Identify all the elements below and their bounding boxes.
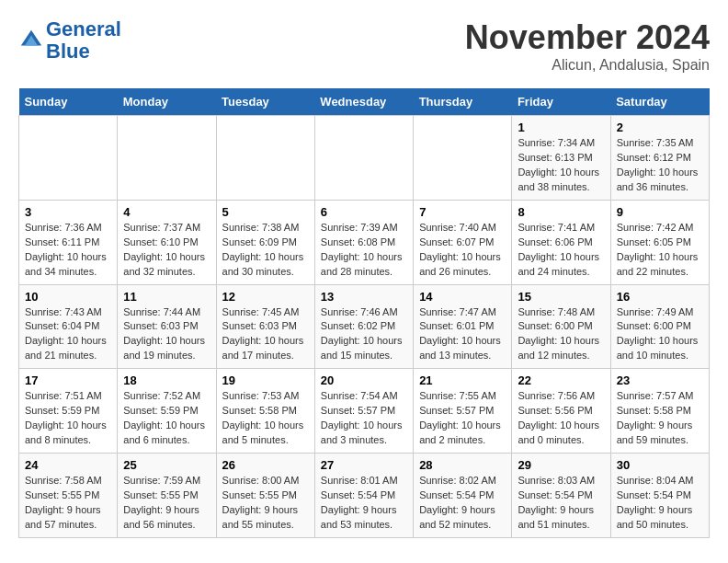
- calendar-cell: 22Sunrise: 7:56 AM Sunset: 5:56 PM Dayli…: [512, 369, 610, 454]
- day-info: Sunrise: 7:58 AM Sunset: 5:55 PM Dayligh…: [25, 474, 111, 533]
- calendar-cell: 28Sunrise: 8:02 AM Sunset: 5:54 PM Dayli…: [414, 454, 512, 538]
- location: Alicun, Andalusia, Spain: [465, 57, 710, 74]
- day-info: Sunrise: 8:01 AM Sunset: 5:54 PM Dayligh…: [321, 474, 407, 533]
- weekday-header: Saturday: [610, 88, 709, 116]
- day-number: 6: [321, 205, 407, 219]
- calendar-cell: [414, 116, 512, 201]
- logo: General Blue: [18, 18, 121, 63]
- calendar-cell: 27Sunrise: 8:01 AM Sunset: 5:54 PM Dayli…: [314, 454, 413, 538]
- calendar-cell: 24Sunrise: 7:58 AM Sunset: 5:55 PM Dayli…: [19, 454, 118, 538]
- calendar-cell: 10Sunrise: 7:43 AM Sunset: 6:04 PM Dayli…: [19, 284, 118, 369]
- calendar-cell: 16Sunrise: 7:49 AM Sunset: 6:00 PM Dayli…: [610, 284, 709, 369]
- calendar-cell: 14Sunrise: 7:47 AM Sunset: 6:01 PM Dayli…: [414, 284, 512, 369]
- weekday-header: Sunday: [19, 88, 118, 116]
- calendar-cell: 4Sunrise: 7:37 AM Sunset: 6:10 PM Daylig…: [118, 200, 216, 284]
- calendar-cell: 6Sunrise: 7:39 AM Sunset: 6:08 PM Daylig…: [314, 200, 413, 284]
- page-header: General Blue November 2024 Alicun, Andal…: [18, 18, 710, 74]
- logo-icon: [18, 28, 44, 53]
- weekday-header: Tuesday: [216, 88, 314, 116]
- day-info: Sunrise: 7:34 AM Sunset: 6:13 PM Dayligh…: [518, 136, 604, 195]
- calendar-cell: 17Sunrise: 7:51 AM Sunset: 5:59 PM Dayli…: [19, 369, 118, 454]
- calendar-cell: 9Sunrise: 7:42 AM Sunset: 6:05 PM Daylig…: [610, 200, 709, 284]
- logo-text: General Blue: [46, 18, 121, 63]
- calendar-cell: 1Sunrise: 7:34 AM Sunset: 6:13 PM Daylig…: [512, 116, 610, 201]
- calendar-cell: 3Sunrise: 7:36 AM Sunset: 6:11 PM Daylig…: [19, 200, 118, 284]
- calendar-cell: 30Sunrise: 8:04 AM Sunset: 5:54 PM Dayli…: [610, 454, 709, 538]
- day-info: Sunrise: 7:36 AM Sunset: 6:11 PM Dayligh…: [25, 221, 111, 280]
- day-number: 24: [25, 458, 111, 472]
- calendar-cell: 29Sunrise: 8:03 AM Sunset: 5:54 PM Dayli…: [512, 454, 610, 538]
- day-number: 7: [419, 205, 506, 219]
- day-info: Sunrise: 7:42 AM Sunset: 6:05 PM Dayligh…: [617, 221, 703, 280]
- day-info: Sunrise: 7:51 AM Sunset: 5:59 PM Dayligh…: [25, 389, 111, 448]
- day-number: 28: [419, 458, 506, 472]
- day-info: Sunrise: 7:37 AM Sunset: 6:10 PM Dayligh…: [123, 221, 210, 280]
- calendar-cell: 12Sunrise: 7:45 AM Sunset: 6:03 PM Dayli…: [216, 284, 314, 369]
- calendar-table: SundayMondayTuesdayWednesdayThursdayFrid…: [18, 88, 710, 538]
- day-info: Sunrise: 7:47 AM Sunset: 6:01 PM Dayligh…: [419, 305, 506, 364]
- day-info: Sunrise: 7:53 AM Sunset: 5:58 PM Dayligh…: [222, 389, 309, 448]
- day-number: 8: [518, 205, 604, 219]
- calendar-cell: 20Sunrise: 7:54 AM Sunset: 5:57 PM Dayli…: [314, 369, 413, 454]
- day-number: 13: [321, 290, 407, 304]
- day-number: 12: [222, 290, 309, 304]
- day-number: 16: [617, 290, 703, 304]
- day-info: Sunrise: 7:52 AM Sunset: 5:59 PM Dayligh…: [123, 389, 210, 448]
- day-number: 29: [518, 458, 604, 472]
- day-info: Sunrise: 7:55 AM Sunset: 5:57 PM Dayligh…: [419, 389, 506, 448]
- day-info: Sunrise: 7:46 AM Sunset: 6:02 PM Dayligh…: [321, 305, 407, 364]
- weekday-header: Thursday: [414, 88, 512, 116]
- day-info: Sunrise: 7:59 AM Sunset: 5:55 PM Dayligh…: [123, 474, 210, 533]
- day-info: Sunrise: 7:39 AM Sunset: 6:08 PM Dayligh…: [321, 221, 407, 280]
- day-number: 19: [222, 373, 309, 387]
- day-number: 23: [617, 373, 703, 387]
- calendar-week-row: 3Sunrise: 7:36 AM Sunset: 6:11 PM Daylig…: [19, 200, 710, 284]
- day-number: 3: [25, 205, 111, 219]
- day-number: 25: [123, 458, 210, 472]
- weekday-header: Monday: [118, 88, 216, 116]
- day-info: Sunrise: 7:44 AM Sunset: 6:03 PM Dayligh…: [123, 305, 210, 364]
- calendar-week-row: 10Sunrise: 7:43 AM Sunset: 6:04 PM Dayli…: [19, 284, 710, 369]
- calendar-cell: 26Sunrise: 8:00 AM Sunset: 5:55 PM Dayli…: [216, 454, 314, 538]
- day-number: 11: [123, 290, 210, 304]
- day-number: 5: [222, 205, 309, 219]
- day-number: 9: [617, 205, 703, 219]
- day-number: 15: [518, 290, 604, 304]
- calendar-cell: [118, 116, 216, 201]
- calendar-cell: 19Sunrise: 7:53 AM Sunset: 5:58 PM Dayli…: [216, 369, 314, 454]
- day-info: Sunrise: 8:04 AM Sunset: 5:54 PM Dayligh…: [617, 474, 703, 533]
- day-number: 20: [321, 373, 407, 387]
- day-number: 10: [25, 290, 111, 304]
- day-info: Sunrise: 7:43 AM Sunset: 6:04 PM Dayligh…: [25, 305, 111, 364]
- day-number: 21: [419, 373, 506, 387]
- day-number: 26: [222, 458, 309, 472]
- day-info: Sunrise: 8:00 AM Sunset: 5:55 PM Dayligh…: [222, 474, 309, 533]
- calendar-week-row: 1Sunrise: 7:34 AM Sunset: 6:13 PM Daylig…: [19, 116, 710, 201]
- calendar-cell: [314, 116, 413, 201]
- weekday-header-row: SundayMondayTuesdayWednesdayThursdayFrid…: [19, 88, 710, 116]
- day-number: 17: [25, 373, 111, 387]
- day-info: Sunrise: 8:03 AM Sunset: 5:54 PM Dayligh…: [518, 474, 604, 533]
- day-number: 4: [123, 205, 210, 219]
- day-info: Sunrise: 7:40 AM Sunset: 6:07 PM Dayligh…: [419, 221, 506, 280]
- calendar-cell: 2Sunrise: 7:35 AM Sunset: 6:12 PM Daylig…: [610, 116, 709, 201]
- title-block: November 2024 Alicun, Andalusia, Spain: [465, 18, 710, 74]
- weekday-header: Friday: [512, 88, 610, 116]
- calendar-cell: 18Sunrise: 7:52 AM Sunset: 5:59 PM Dayli…: [118, 369, 216, 454]
- month-title: November 2024: [465, 18, 710, 57]
- calendar-week-row: 17Sunrise: 7:51 AM Sunset: 5:59 PM Dayli…: [19, 369, 710, 454]
- weekday-header: Wednesday: [314, 88, 413, 116]
- calendar-cell: [216, 116, 314, 201]
- day-number: 30: [617, 458, 703, 472]
- day-info: Sunrise: 7:48 AM Sunset: 6:00 PM Dayligh…: [518, 305, 604, 364]
- calendar-cell: 23Sunrise: 7:57 AM Sunset: 5:58 PM Dayli…: [610, 369, 709, 454]
- calendar-cell: 5Sunrise: 7:38 AM Sunset: 6:09 PM Daylig…: [216, 200, 314, 284]
- day-number: 2: [617, 121, 703, 134]
- calendar-cell: 25Sunrise: 7:59 AM Sunset: 5:55 PM Dayli…: [118, 454, 216, 538]
- day-number: 18: [123, 373, 210, 387]
- calendar-cell: 13Sunrise: 7:46 AM Sunset: 6:02 PM Dayli…: [314, 284, 413, 369]
- day-info: Sunrise: 7:38 AM Sunset: 6:09 PM Dayligh…: [222, 221, 309, 280]
- day-number: 22: [518, 373, 604, 387]
- day-info: Sunrise: 7:41 AM Sunset: 6:06 PM Dayligh…: [518, 221, 604, 280]
- day-info: Sunrise: 7:45 AM Sunset: 6:03 PM Dayligh…: [222, 305, 309, 364]
